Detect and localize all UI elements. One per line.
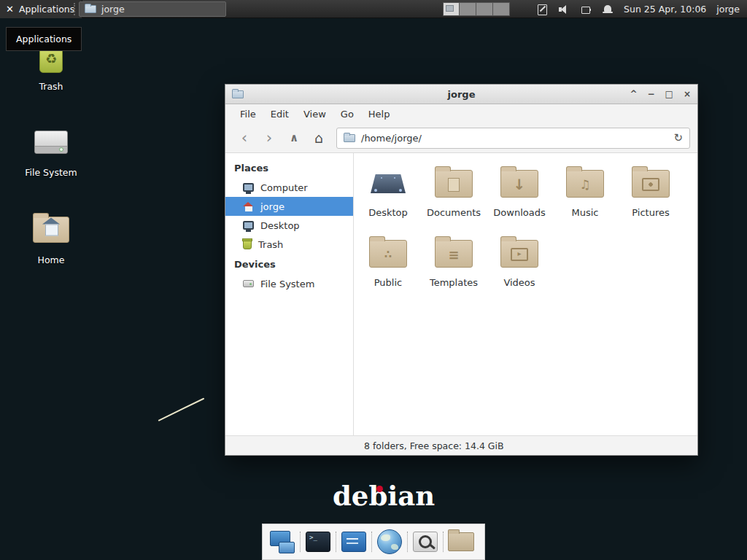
file-label: Public	[374, 277, 402, 288]
download-arrow-emblem-icon	[501, 172, 538, 197]
dock-separator	[368, 530, 375, 553]
folder-videos-icon	[500, 240, 538, 268]
back-button[interactable]: ‹	[233, 127, 256, 149]
shade-button[interactable]: ^	[630, 90, 637, 98]
desktop-icon-home[interactable]: Home	[18, 211, 85, 265]
dock-separator	[297, 530, 303, 553]
workspace-2[interactable]	[460, 2, 476, 16]
debian-swirl-icon	[376, 486, 383, 492]
desktop-icon-label: Home	[18, 254, 85, 265]
sidebar-item-label: Trash	[258, 239, 283, 250]
menu-file[interactable]: File	[233, 106, 263, 122]
sidebar-item-trash[interactable]: Trash	[225, 235, 353, 254]
minimize-button[interactable]: −	[648, 90, 655, 98]
sidebar-item-jorge[interactable]: jorge	[225, 197, 353, 216]
applications-tooltip: Applications	[6, 27, 82, 51]
path-bar[interactable]: /home/jorge/ ↻	[336, 128, 690, 149]
menu-help[interactable]: Help	[361, 106, 398, 122]
file-item-public[interactable]: Public	[355, 235, 421, 305]
terminal-icon	[306, 532, 330, 552]
home-folder-icon	[33, 217, 69, 243]
clipboard-pen-icon[interactable]	[536, 4, 548, 15]
maximize-button[interactable]: □	[665, 90, 673, 98]
desktop-pager-icon	[270, 531, 295, 553]
toolbar: ‹ › ∧ ⌂ /home/jorge/ ↻	[225, 123, 697, 153]
status-bar: 8 folders, Free space: 14.4 GiB	[225, 435, 697, 455]
home-button[interactable]: ⌂	[307, 127, 330, 149]
xfce-logo-icon: ✕	[6, 4, 14, 14]
file-item-templates[interactable]: Templates	[421, 235, 487, 305]
web-browser-globe-icon	[377, 529, 402, 554]
sidebar-item-file-system[interactable]: File System	[225, 274, 353, 293]
notifications-bell-icon[interactable]	[602, 4, 614, 15]
workspace-1[interactable]	[443, 2, 460, 16]
desktop-icon-file-system[interactable]: File System	[18, 124, 85, 178]
folder-downloads-icon	[500, 170, 538, 198]
menu-view[interactable]: View	[296, 106, 333, 122]
debian-wordmark: debian	[333, 480, 435, 512]
dock-item-desktop-pager[interactable]	[268, 526, 297, 557]
close-button[interactable]: ×	[684, 90, 691, 98]
file-manager-window: jorge ^ − □ × File Edit View Go Help ‹ ›…	[225, 84, 698, 456]
desktop-surface-icon	[369, 167, 407, 201]
dock-item-terminal[interactable]	[303, 526, 333, 557]
file-item-videos[interactable]: Videos	[487, 235, 552, 305]
folder-music-icon	[566, 170, 604, 198]
dock-item-app-finder[interactable]	[411, 526, 440, 557]
workspace-switcher	[443, 2, 510, 16]
taskbar-window-label: jorge	[101, 4, 125, 15]
up-button[interactable]: ∧	[282, 127, 306, 149]
file-label: Pictures	[632, 207, 669, 218]
desktop-icon-label: Trash	[18, 81, 85, 92]
music-note-emblem-icon	[567, 172, 603, 197]
dock-separator	[404, 530, 411, 553]
file-item-documents[interactable]: Documents	[421, 165, 487, 235]
file-item-music[interactable]: Music	[552, 165, 618, 235]
folder-pictures-icon	[632, 170, 670, 198]
desktop-icon	[243, 221, 254, 230]
sidebar-item-label: Computer	[260, 182, 308, 193]
window-titlebar[interactable]: jorge ^ − □ ×	[225, 85, 697, 104]
file-item-pictures[interactable]: Pictures	[618, 165, 684, 235]
workspace-4[interactable]	[493, 2, 510, 16]
sidebar-item-desktop[interactable]: Desktop	[225, 216, 353, 235]
menu-go[interactable]: Go	[333, 106, 361, 122]
drive-icon	[34, 131, 68, 154]
menubar: File Edit View Go Help	[225, 104, 697, 123]
file-label: Documents	[427, 207, 481, 218]
forward-button[interactable]: ›	[258, 127, 281, 149]
video-emblem-icon	[501, 242, 538, 267]
folder-templates-icon	[435, 240, 473, 268]
reload-button[interactable]: ↻	[673, 131, 683, 144]
file-label: Desktop	[368, 207, 408, 218]
file-list[interactable]: Desktop Documents Downloads Music Pictur…	[354, 153, 697, 435]
dock-item-web-browser[interactable]	[375, 526, 404, 557]
status-text: 8 folders, Free space: 14.4 GiB	[364, 440, 504, 451]
places-sidebar: Places Computer jorge Desktop Trash Devi…	[225, 153, 354, 435]
sidebar-item-computer[interactable]: Computer	[225, 178, 353, 197]
bottom-dock	[262, 524, 485, 560]
user-menu[interactable]: jorge	[716, 4, 740, 15]
volume-icon[interactable]	[558, 4, 570, 15]
file-item-downloads[interactable]: Downloads	[487, 165, 552, 235]
battery-icon[interactable]	[580, 4, 592, 15]
taskbar-window-button[interactable]: jorge	[79, 1, 226, 17]
window-title: jorge	[225, 89, 697, 100]
path-input[interactable]: /home/jorge/	[361, 133, 667, 144]
house-emblem-icon	[43, 224, 59, 236]
menu-edit[interactable]: Edit	[263, 106, 296, 122]
trash-icon	[243, 240, 252, 249]
file-label: Downloads	[493, 207, 545, 218]
document-emblem-icon	[436, 172, 472, 197]
stray-line-artifact	[158, 397, 205, 421]
sidebar-item-label: jorge	[260, 201, 285, 212]
magnifier-icon	[413, 532, 438, 552]
clock[interactable]: Sun 25 Apr, 10:06	[624, 4, 706, 15]
file-item-desktop[interactable]: Desktop	[355, 165, 421, 235]
applications-menu-button[interactable]: ✕ Applications	[0, 0, 82, 18]
workspace-3[interactable]	[476, 2, 493, 16]
dock-item-file-manager[interactable]	[446, 526, 476, 557]
debian-logo: debian	[333, 481, 435, 511]
sidebar-item-label: Desktop	[260, 220, 300, 231]
dock-item-terminal-alt[interactable]	[339, 526, 368, 557]
